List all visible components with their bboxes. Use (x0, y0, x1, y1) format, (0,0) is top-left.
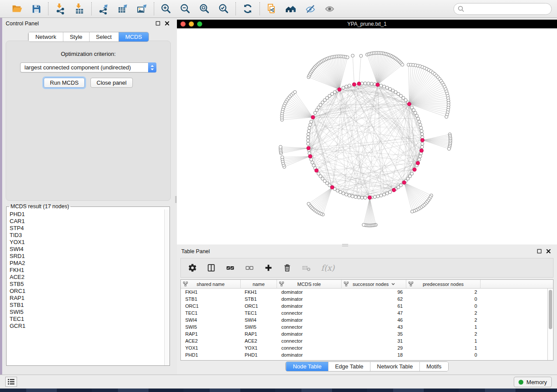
mcds-result-item[interactable]: PHD1 (10, 211, 164, 218)
mcds-result-item[interactable]: STB1 (10, 302, 164, 309)
mcds-result-item[interactable]: RAP1 (10, 295, 164, 302)
mcds-result-item[interactable]: SWI5 (10, 309, 164, 316)
import-network-button[interactable] (54, 3, 66, 15)
control-panel-tab[interactable]: Network (28, 32, 63, 41)
network-canvas-svg (177, 28, 557, 244)
toolbar-group-refresh (236, 3, 259, 15)
table-scrollbar-thumb[interactable] (549, 290, 552, 329)
mcds-result-item[interactable]: FKH1 (10, 267, 164, 274)
mcds-result-item[interactable]: TID3 (10, 232, 164, 239)
float-panel-icon[interactable] (537, 248, 542, 255)
mcds-result-item[interactable]: TEC1 (10, 316, 164, 323)
column-header-filler (481, 280, 553, 288)
mcds-result-list[interactable]: PHD1CAR1STP4TID3YOX1SWI4SRD1PMA2FKH1ACE2… (7, 210, 164, 365)
table-row[interactable]: RAP1 RAP1 dominator 35 2 (181, 330, 547, 337)
cell-shared-name: SWI5 (181, 324, 241, 330)
column-menu-chevron-icon[interactable] (391, 283, 395, 285)
open-file-button[interactable] (11, 3, 23, 15)
export-table-button[interactable] (117, 3, 129, 15)
table-panel-tab[interactable]: Network Table (370, 362, 419, 371)
refresh-button[interactable] (242, 3, 254, 15)
table-row[interactable]: YOX1 YOX1 connector 29 1 (181, 344, 547, 351)
table-panel-tab[interactable]: Motifs (419, 362, 448, 371)
mcds-result-item[interactable]: ACE2 (10, 274, 164, 281)
table-row[interactable]: TEC1 TEC1 connector 47 2 (181, 309, 547, 316)
mcds-result-item[interactable]: CAR1 (10, 218, 164, 225)
export-image-button[interactable] (136, 3, 148, 15)
home-button[interactable] (285, 3, 297, 15)
cell-shared-name: STB1 (181, 296, 241, 302)
select-all-button[interactable] (225, 263, 235, 272)
table-toolbar: f(x) (180, 258, 554, 278)
cell-predecessor-nodes: 0 (406, 303, 481, 309)
zoom-selected-button[interactable] (218, 3, 230, 15)
table-panel-tab[interactable]: Edge Table (328, 362, 370, 371)
mcds-result-item[interactable]: STP4 (10, 225, 164, 232)
delete-column-button[interactable] (283, 263, 292, 272)
search-input[interactable] (453, 3, 552, 15)
mcds-list-scrollbar[interactable] (164, 210, 170, 365)
table-panel-tab[interactable]: Node Table (286, 362, 328, 371)
trash-icon (283, 263, 292, 272)
network-window-titlebar: YPA_prune.txt_1 (177, 20, 557, 28)
zoom-fit-button[interactable] (198, 3, 211, 15)
show-columns-button[interactable] (207, 263, 216, 272)
mcds-result-item[interactable]: PMA2 (10, 260, 164, 267)
zoom-fit-icon (199, 3, 210, 14)
memory-button[interactable]: Memory (514, 377, 552, 387)
mcds-result-item[interactable]: YOX1 (10, 239, 164, 246)
close-panel-button[interactable]: Close panel (90, 78, 133, 88)
column-header[interactable]: MCDS role (277, 280, 342, 288)
splitter-handle[interactable] (175, 196, 176, 203)
close-window-button[interactable] (180, 21, 186, 27)
table-scrollbar[interactable] (547, 289, 553, 360)
mcds-result-item[interactable]: GCR1 (10, 323, 164, 330)
zoom-out-button[interactable] (179, 3, 191, 15)
cell-mcds-role: connector (277, 324, 342, 330)
cell-predecessor-nodes: 2 (406, 317, 481, 323)
toggle-hide-button[interactable] (304, 3, 316, 15)
column-header[interactable]: name (241, 280, 277, 288)
network-canvas[interactable] (177, 28, 557, 244)
control-panel: Control Panel NetworkStyleSelectMCDS Opt… (2, 18, 175, 375)
mcds-result-item[interactable]: STB5 (10, 281, 164, 288)
show-all-button[interactable] (323, 3, 336, 15)
maximize-window-button[interactable] (197, 21, 202, 27)
column-header[interactable]: shared name (181, 280, 241, 288)
mcds-result-item[interactable]: SRD1 (10, 253, 164, 260)
import-table-button[interactable] (73, 3, 86, 15)
control-panel-tab[interactable]: Select (89, 32, 118, 41)
column-header[interactable]: successor nodes (342, 280, 406, 288)
share-document-button[interactable] (266, 3, 278, 15)
horizontal-splitter-handle[interactable] (342, 244, 348, 246)
table-row[interactable]: FKH1 FKH1 dominator 96 2 (181, 289, 547, 296)
column-header-label: successor nodes (353, 282, 389, 287)
table-row[interactable]: ACE2 ACE2 connector 31 1 (181, 337, 547, 344)
float-panel-icon[interactable] (156, 20, 160, 28)
zoom-in-button[interactable] (160, 3, 172, 15)
table-settings-button[interactable] (188, 263, 197, 272)
show-panel-list-button[interactable] (5, 377, 17, 387)
table-row[interactable]: ORC1 ORC1 dominator 61 0 (181, 303, 547, 309)
optimization-criterion-select[interactable]: largest connected component (undirected) (20, 62, 156, 72)
cell-shared-name: PHD1 (181, 352, 241, 358)
table-row[interactable]: PHD1 PHD1 dominator 18 0 (181, 351, 547, 358)
export-network-button[interactable] (97, 3, 110, 15)
mcds-result-item[interactable]: SWI4 (10, 246, 164, 253)
mcds-result-item[interactable]: ORC1 (10, 288, 164, 295)
cell-name: TEC1 (241, 310, 277, 316)
close-panel-icon[interactable] (546, 248, 551, 255)
run-mcds-button[interactable]: Run MCDS (44, 78, 85, 88)
control-panel-tab[interactable]: Style (63, 32, 89, 41)
save-session-button[interactable] (30, 3, 42, 15)
table-row[interactable]: SWI5 SWI5 connector 43 1 (181, 323, 547, 330)
column-header[interactable]: predecessor nodes (406, 280, 481, 288)
table-row[interactable]: STB1 STB1 dominator 62 0 (181, 296, 547, 303)
minimize-window-button[interactable] (189, 21, 194, 27)
add-column-button[interactable] (264, 263, 273, 272)
control-panel-tab[interactable]: MCDS (118, 32, 149, 41)
deselect-all-button[interactable] (245, 263, 254, 272)
mcds-result-box: MCDS result (17 nodes) PHD1CAR1STP4TID3Y… (6, 203, 170, 366)
table-row[interactable]: SWI4 SWI4 dominator 46 2 (181, 316, 547, 323)
close-panel-icon[interactable] (165, 20, 170, 28)
